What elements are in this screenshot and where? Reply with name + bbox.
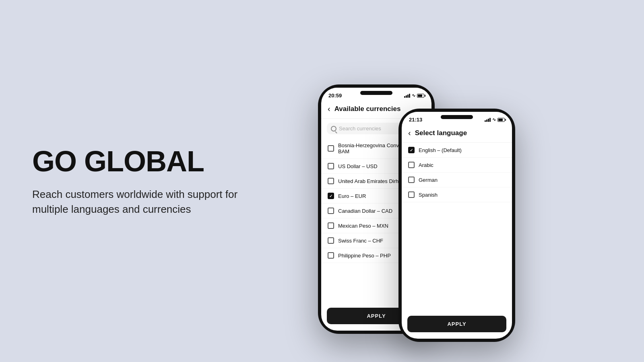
signal-icon-back [404,94,410,98]
status-icons-front: ∿ [485,117,505,122]
screen-title-language: Select language [415,129,467,137]
currency-label: Philippine Peso – PHP [338,253,391,259]
screen-title-currencies: Available currencies [334,105,401,113]
wifi-icon-back: ∿ [412,93,415,98]
language-list: English – (Default)ArabicGermanSpanish [402,143,512,202]
search-icon-currencies [331,126,336,132]
phone-language: 21:13 ∿ ‹ Select language [398,109,515,342]
language-list-item[interactable]: Arabic [402,158,512,173]
currency-checkbox[interactable] [328,163,334,169]
currency-label: Euro – EUR [338,193,366,199]
language-checkbox[interactable] [408,191,415,198]
language-list-item[interactable]: English – (Default) [402,143,512,158]
signal-icon-front [485,118,491,122]
time-back: 20:59 [328,93,342,99]
currency-checkbox[interactable] [328,237,334,244]
back-button-language[interactable]: ‹ [408,128,411,138]
currency-checkbox[interactable] [328,193,334,199]
language-list-item[interactable]: German [402,173,512,187]
language-checkbox[interactable] [408,177,415,183]
left-section: GO GLOBAL Reach customers worldwide with… [0,146,282,216]
back-button-currencies[interactable]: ‹ [328,104,330,113]
status-icons-back: ∿ [404,93,424,98]
currency-label: US Dollar – USD [338,163,378,169]
phone-screen-language: 21:13 ∿ ‹ Select language [402,112,512,339]
language-checkbox[interactable] [408,162,415,168]
battery-icon-front [497,118,505,122]
currency-label: Swiss Franc – CHF [338,238,383,244]
currency-label: Mexican Peso – MXN [338,223,388,229]
wifi-icon-front: ∿ [492,117,496,122]
language-label: German [419,177,438,183]
time-front: 21:13 [409,117,422,123]
battery-icon-back [417,94,424,98]
subheadline: Reach customers worldwide with support f… [32,187,250,216]
currency-checkbox[interactable] [328,178,334,184]
language-checkbox[interactable] [408,147,415,153]
phone-island-front [441,115,473,119]
headline: GO GLOBAL [32,146,250,177]
currency-checkbox[interactable] [328,208,334,214]
currency-checkbox[interactable] [328,222,334,229]
phones-section: 20:59 ∿ ‹ Available curren [282,0,644,362]
language-label: English – (Default) [419,147,462,153]
search-input-currencies[interactable]: Search currencies [339,125,381,132]
language-label: Spanish [419,192,438,198]
currency-checkbox[interactable] [328,252,334,259]
language-label: Arabic [419,162,433,168]
currency-checkbox[interactable] [328,145,334,152]
apply-button-language[interactable]: APPLY [407,316,506,332]
phone-island-back [360,91,392,95]
screen-header-language: ‹ Select language [402,125,512,143]
language-list-item[interactable]: Spanish [402,187,512,202]
currency-label: Canadian Dollar – CAD [338,208,392,214]
